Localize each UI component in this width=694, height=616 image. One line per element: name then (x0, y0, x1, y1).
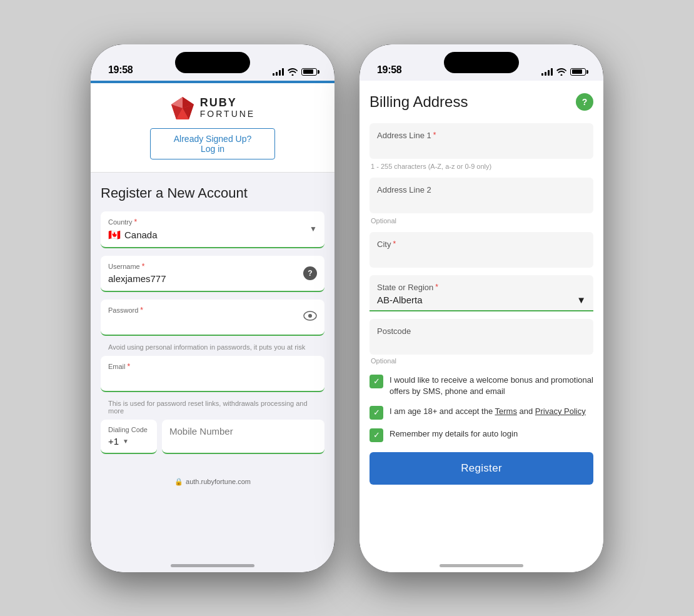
address1-label: Address Line 1 * (377, 131, 586, 140)
city-input[interactable] (377, 251, 586, 262)
email-required: * (128, 362, 131, 371)
email-hint: This is used for password reset links, w… (101, 400, 324, 415)
username-help-icon[interactable]: ? (303, 266, 317, 280)
status-time-left: 19:58 (108, 64, 133, 76)
country-value: 🇨🇦 Canada (108, 229, 317, 241)
right-scroll-area[interactable]: Billing Address ? Address Line 1 * 1 - 2… (360, 81, 603, 572)
status-icons-left (273, 68, 317, 76)
signal-bar-r3 (548, 70, 550, 76)
checkbox-section: ✓ I would like to receive a welcome bonu… (370, 375, 593, 442)
signal-bar-r2 (545, 72, 546, 76)
logo-ruby: RUBY (200, 97, 255, 109)
postcode-hint: Optional (370, 357, 593, 365)
dialing-label: Dialing Code (108, 426, 149, 433)
url-bar-left: 🔒 auth.rubyfortune.com (91, 474, 334, 488)
email-input[interactable] (108, 373, 317, 384)
terms-text: I am age 18+ and accept the Terms and Pr… (390, 406, 586, 417)
battery-icon-left (301, 68, 317, 76)
dynamic-island-left (175, 52, 250, 73)
register-title: Register a New Account (101, 185, 324, 201)
city-label: City * (377, 240, 586, 249)
billing-content: Billing Address ? Address Line 1 * 1 - 2… (360, 81, 603, 572)
terms-checkbox[interactable]: ✓ (370, 406, 383, 420)
signal-bar-2 (276, 72, 278, 76)
dialing-field[interactable]: Dialing Code +1 ▼ (101, 420, 157, 454)
username-field[interactable]: Username * ? (101, 256, 324, 292)
signal-bar-4 (282, 68, 284, 76)
dialing-arrow: ▼ (123, 438, 129, 445)
svg-point-7 (308, 314, 312, 318)
state-dropdown-arrow: ▼ (576, 295, 586, 305)
username-input[interactable] (108, 273, 317, 284)
logo-container: RUBY FORTUNE (170, 96, 255, 121)
mobile-field[interactable] (162, 420, 324, 454)
password-label: Password * (108, 306, 317, 315)
home-indicator-right (440, 564, 523, 567)
wifi-icon-right (556, 68, 566, 76)
terms-checkbox-row: ✓ I am age 18+ and accept the Terms and … (370, 406, 593, 420)
promo-checkbox[interactable]: ✓ (370, 375, 383, 388)
country-required: * (134, 218, 138, 226)
login-button[interactable]: Already Signed Up? Log in (150, 128, 275, 159)
address2-field[interactable]: Address Line 2 (370, 178, 593, 213)
country-field[interactable]: Country * 🇨🇦 Canada ▼ (101, 211, 324, 248)
password-eye-icon[interactable] (303, 311, 317, 323)
left-phone-frame: 19:58 (91, 44, 334, 572)
logo-text: RUBY FORTUNE (200, 97, 255, 119)
right-phone-frame: 19:58 (360, 44, 603, 572)
address2-label: Address Line 2 (377, 185, 586, 194)
status-icons-right (541, 68, 586, 76)
left-scroll-area[interactable]: RUBY FORTUNE Already Signed Up? Log in R… (91, 83, 334, 572)
address1-field[interactable]: Address Line 1 * (370, 123, 593, 159)
form-section: Register a New Account Country * 🇨🇦 Cana… (91, 173, 334, 474)
battery-fill-left (303, 69, 313, 74)
left-phone: 19:58 (91, 44, 334, 572)
dialing-value: +1 ▼ (108, 436, 149, 447)
state-field[interactable]: State or Region * AB-Alberta ▼ (370, 275, 593, 311)
password-field[interactable]: Password * (101, 300, 324, 336)
city-field[interactable]: City * (370, 232, 593, 268)
lock-icon-left: 🔒 (174, 478, 183, 486)
ruby-diamond-icon (170, 96, 195, 121)
signal-bars-left (273, 68, 284, 76)
register-button[interactable]: Register (370, 452, 593, 485)
home-indicator-left (171, 564, 254, 567)
billing-title: Billing Address (370, 93, 468, 111)
country-dropdown-arrow: ▼ (309, 225, 317, 233)
password-input[interactable] (108, 317, 317, 328)
logo-fortune: FORTUNE (200, 109, 255, 119)
address1-input[interactable] (377, 143, 586, 153)
battery-icon-right (570, 68, 586, 76)
state-required: * (435, 283, 438, 291)
state-label: State or Region * (377, 283, 586, 292)
signal-bar-r1 (541, 73, 543, 76)
state-value: AB-Alberta ▼ (377, 295, 586, 305)
postcode-label: Postcode (377, 326, 586, 336)
logo-section: RUBY FORTUNE Already Signed Up? Log in (91, 83, 334, 173)
address1-required: * (433, 131, 436, 139)
billing-header: Billing Address ? (370, 93, 593, 111)
postcode-field[interactable]: Postcode (370, 319, 593, 355)
status-time-right: 19:58 (377, 64, 401, 76)
mobile-input[interactable] (169, 426, 317, 437)
city-required: * (393, 240, 396, 248)
postcode-input[interactable] (377, 338, 586, 349)
username-label: Username * (108, 262, 317, 271)
signal-bar-r4 (551, 68, 553, 76)
email-label: Email * (108, 362, 317, 371)
billing-help-icon[interactable]: ? (576, 93, 593, 111)
remember-text: Remember my details for auto login (390, 428, 518, 440)
username-required: * (142, 262, 145, 271)
terms-link[interactable]: Terms (495, 406, 517, 416)
privacy-policy-link[interactable]: Privacy Policy (535, 406, 586, 416)
promo-text: I would like to receive a welcome bonus … (390, 375, 593, 397)
right-phone-screen: 19:58 (360, 44, 603, 572)
remember-checkbox[interactable]: ✓ (370, 428, 383, 442)
address2-input[interactable] (377, 197, 586, 208)
promo-checkbox-row: ✓ I would like to receive a welcome bonu… (370, 375, 593, 397)
password-required: * (140, 306, 143, 315)
email-field[interactable]: Email * (101, 356, 324, 392)
signal-bar-3 (279, 70, 281, 76)
password-hint: Avoid using personal information in pass… (101, 343, 324, 351)
signal-bars-right (541, 68, 553, 76)
